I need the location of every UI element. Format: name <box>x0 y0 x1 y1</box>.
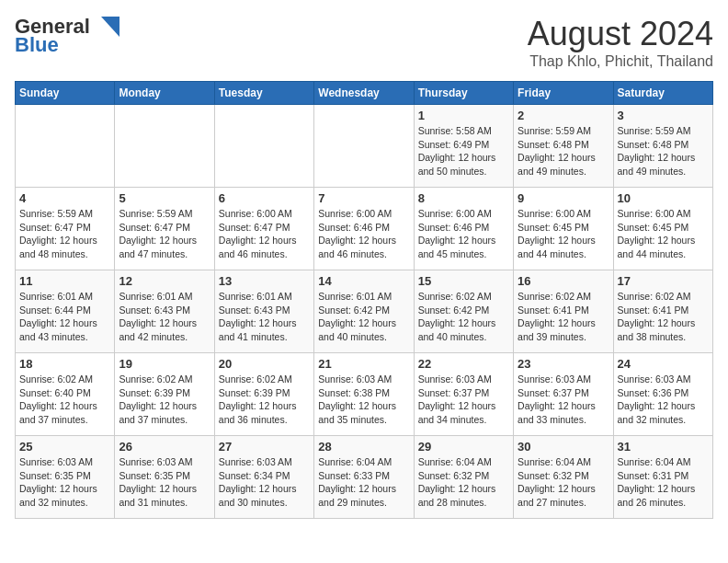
day-info: Sunrise: 6:04 AM Sunset: 6:32 PM Dayligh… <box>518 455 609 510</box>
day-info: Sunrise: 5:59 AM Sunset: 6:48 PM Dayligh… <box>518 124 609 178</box>
day-number: 11 <box>19 274 110 288</box>
calendar-cell: 5Sunrise: 5:59 AM Sunset: 6:47 PM Daylig… <box>115 188 214 270</box>
calendar-cell: 27Sunrise: 6:03 AM Sunset: 6:34 PM Dayli… <box>214 436 313 519</box>
day-number: 6 <box>219 191 310 205</box>
day-info: Sunrise: 6:03 AM Sunset: 6:35 PM Dayligh… <box>19 455 110 510</box>
calendar-cell <box>115 105 214 188</box>
calendar-cell: 6Sunrise: 6:00 AM Sunset: 6:47 PM Daylig… <box>214 188 313 270</box>
calendar-cell: 12Sunrise: 6:01 AM Sunset: 6:43 PM Dayli… <box>115 270 214 353</box>
day-number: 22 <box>418 357 509 371</box>
day-info: Sunrise: 6:03 AM Sunset: 6:37 PM Dayligh… <box>418 373 509 427</box>
day-number: 5 <box>119 191 210 205</box>
calendar-cell: 26Sunrise: 6:03 AM Sunset: 6:35 PM Dayli… <box>115 436 214 519</box>
day-number: 2 <box>518 109 609 122</box>
calendar-cell <box>16 105 115 188</box>
day-info: Sunrise: 6:00 AM Sunset: 6:47 PM Dayligh… <box>219 207 310 261</box>
calendar-cell: 28Sunrise: 6:04 AM Sunset: 6:33 PM Dayli… <box>314 436 414 519</box>
day-number: 4 <box>19 191 110 205</box>
day-info: Sunrise: 6:01 AM Sunset: 6:43 PM Dayligh… <box>219 290 310 344</box>
day-info: Sunrise: 6:03 AM Sunset: 6:38 PM Dayligh… <box>318 373 409 427</box>
day-info: Sunrise: 5:59 AM Sunset: 6:47 PM Dayligh… <box>119 207 210 261</box>
calendar-cell: 9Sunrise: 6:00 AM Sunset: 6:45 PM Daylig… <box>514 188 613 270</box>
day-info: Sunrise: 6:02 AM Sunset: 6:41 PM Dayligh… <box>518 290 609 344</box>
day-header-tuesday: Tuesday <box>214 82 313 105</box>
day-number: 18 <box>19 357 110 371</box>
calendar-cell: 18Sunrise: 6:02 AM Sunset: 6:40 PM Dayli… <box>16 353 115 436</box>
calendar-cell: 2Sunrise: 5:59 AM Sunset: 6:48 PM Daylig… <box>514 105 613 188</box>
day-info: Sunrise: 6:03 AM Sunset: 6:35 PM Dayligh… <box>119 455 210 510</box>
calendar-week-2: 4Sunrise: 5:59 AM Sunset: 6:47 PM Daylig… <box>16 188 713 270</box>
logo-blue: Blue <box>15 33 59 57</box>
day-number: 14 <box>318 274 409 288</box>
calendar-cell: 11Sunrise: 6:01 AM Sunset: 6:44 PM Dayli… <box>16 270 115 353</box>
calendar-cell: 24Sunrise: 6:03 AM Sunset: 6:36 PM Dayli… <box>613 353 712 436</box>
day-info: Sunrise: 6:04 AM Sunset: 6:31 PM Dayligh… <box>618 455 709 510</box>
calendar-cell <box>214 105 313 188</box>
day-info: Sunrise: 6:00 AM Sunset: 6:46 PM Dayligh… <box>418 207 509 261</box>
day-info: Sunrise: 6:00 AM Sunset: 6:45 PM Dayligh… <box>518 207 609 261</box>
calendar-cell: 1Sunrise: 5:58 AM Sunset: 6:49 PM Daylig… <box>414 105 513 188</box>
calendar-cell: 22Sunrise: 6:03 AM Sunset: 6:37 PM Dayli… <box>414 353 513 436</box>
title-block: August 2024 Thap Khlo, Phichit, Thailand <box>528 15 713 70</box>
month-year: August 2024 <box>528 15 713 53</box>
day-number: 8 <box>418 191 509 205</box>
day-info: Sunrise: 6:00 AM Sunset: 6:46 PM Dayligh… <box>318 207 409 261</box>
day-info: Sunrise: 6:02 AM Sunset: 6:40 PM Dayligh… <box>19 373 110 427</box>
calendar-cell: 16Sunrise: 6:02 AM Sunset: 6:41 PM Dayli… <box>514 270 613 353</box>
day-header-friday: Friday <box>514 82 613 105</box>
calendar-cell: 30Sunrise: 6:04 AM Sunset: 6:32 PM Dayli… <box>514 436 613 519</box>
calendar-cell: 7Sunrise: 6:00 AM Sunset: 6:46 PM Daylig… <box>314 188 414 270</box>
calendar-cell: 31Sunrise: 6:04 AM Sunset: 6:31 PM Dayli… <box>613 436 712 519</box>
calendar-cell: 21Sunrise: 6:03 AM Sunset: 6:38 PM Dayli… <box>314 353 414 436</box>
calendar-cell: 17Sunrise: 6:02 AM Sunset: 6:41 PM Dayli… <box>613 270 712 353</box>
calendar-cell: 15Sunrise: 6:02 AM Sunset: 6:42 PM Dayli… <box>414 270 513 353</box>
day-info: Sunrise: 6:02 AM Sunset: 6:41 PM Dayligh… <box>618 290 709 344</box>
day-number: 15 <box>418 274 509 288</box>
day-info: Sunrise: 5:59 AM Sunset: 6:47 PM Dayligh… <box>19 207 110 261</box>
day-header-wednesday: Wednesday <box>314 82 414 105</box>
day-info: Sunrise: 6:01 AM Sunset: 6:43 PM Dayligh… <box>119 290 210 344</box>
day-number: 24 <box>618 357 709 371</box>
day-info: Sunrise: 6:03 AM Sunset: 6:36 PM Dayligh… <box>618 373 709 427</box>
calendar-week-4: 18Sunrise: 6:02 AM Sunset: 6:40 PM Dayli… <box>16 353 713 436</box>
calendar-cell: 13Sunrise: 6:01 AM Sunset: 6:43 PM Dayli… <box>214 270 313 353</box>
day-header-sunday: Sunday <box>16 82 115 105</box>
day-number: 23 <box>518 357 609 371</box>
calendar-header-row: SundayMondayTuesdayWednesdayThursdayFrid… <box>16 82 713 105</box>
day-info: Sunrise: 6:03 AM Sunset: 6:34 PM Dayligh… <box>219 455 310 510</box>
calendar-cell: 4Sunrise: 5:59 AM Sunset: 6:47 PM Daylig… <box>16 188 115 270</box>
calendar-cell: 10Sunrise: 6:00 AM Sunset: 6:45 PM Dayli… <box>613 188 712 270</box>
day-info: Sunrise: 6:02 AM Sunset: 6:39 PM Dayligh… <box>219 373 310 427</box>
day-number: 17 <box>618 274 709 288</box>
day-info: Sunrise: 6:04 AM Sunset: 6:32 PM Dayligh… <box>418 455 509 510</box>
day-number: 21 <box>318 357 409 371</box>
day-number: 3 <box>618 109 709 122</box>
day-number: 28 <box>318 440 409 454</box>
day-info: Sunrise: 6:00 AM Sunset: 6:45 PM Dayligh… <box>618 207 709 261</box>
calendar-cell: 25Sunrise: 6:03 AM Sunset: 6:35 PM Dayli… <box>16 436 115 519</box>
day-number: 10 <box>618 191 709 205</box>
calendar-week-1: 1Sunrise: 5:58 AM Sunset: 6:49 PM Daylig… <box>16 105 713 188</box>
day-number: 19 <box>119 357 210 371</box>
day-info: Sunrise: 6:04 AM Sunset: 6:33 PM Dayligh… <box>318 455 409 510</box>
day-info: Sunrise: 6:01 AM Sunset: 6:44 PM Dayligh… <box>19 290 110 344</box>
calendar-cell: 3Sunrise: 5:59 AM Sunset: 6:48 PM Daylig… <box>613 105 712 188</box>
day-number: 30 <box>518 440 609 454</box>
day-header-thursday: Thursday <box>414 82 513 105</box>
calendar-cell: 8Sunrise: 6:00 AM Sunset: 6:46 PM Daylig… <box>414 188 513 270</box>
day-number: 20 <box>219 357 310 371</box>
day-number: 13 <box>219 274 310 288</box>
day-info: Sunrise: 6:03 AM Sunset: 6:37 PM Dayligh… <box>518 373 609 427</box>
calendar-week-5: 25Sunrise: 6:03 AM Sunset: 6:35 PM Dayli… <box>16 436 713 519</box>
calendar-cell: 19Sunrise: 6:02 AM Sunset: 6:39 PM Dayli… <box>115 353 214 436</box>
calendar-cell: 29Sunrise: 6:04 AM Sunset: 6:32 PM Dayli… <box>414 436 513 519</box>
calendar-cell: 20Sunrise: 6:02 AM Sunset: 6:39 PM Dayli… <box>214 353 313 436</box>
day-number: 29 <box>418 440 509 454</box>
day-header-saturday: Saturday <box>613 82 712 105</box>
day-number: 12 <box>119 274 210 288</box>
svg-marker-0 <box>101 17 119 37</box>
day-info: Sunrise: 5:59 AM Sunset: 6:48 PM Dayligh… <box>618 124 709 178</box>
day-number: 25 <box>19 440 110 454</box>
calendar-week-3: 11Sunrise: 6:01 AM Sunset: 6:44 PM Dayli… <box>16 270 713 353</box>
day-info: Sunrise: 6:02 AM Sunset: 6:39 PM Dayligh… <box>119 373 210 427</box>
